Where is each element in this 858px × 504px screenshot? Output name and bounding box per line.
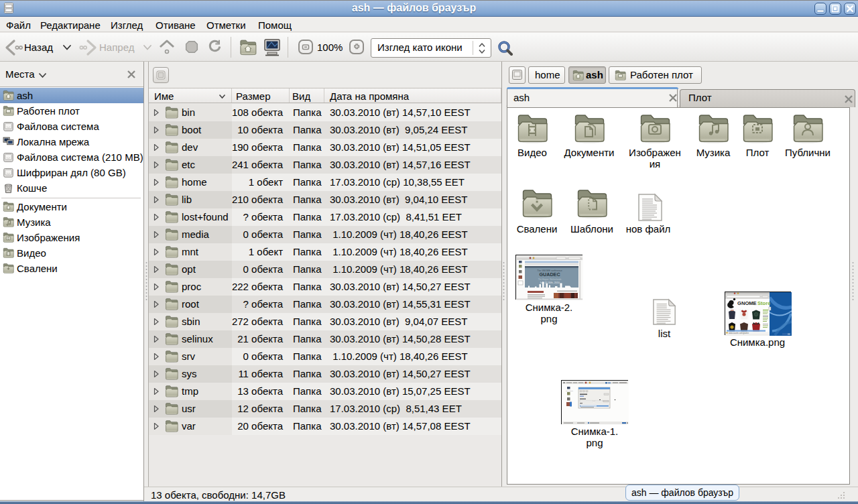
- svg-text:Store: Store: [757, 300, 770, 306]
- svg-text:The Hague, Netherlands: The Hague, Netherlands: [538, 278, 562, 281]
- svg-text:GNOME: GNOME: [737, 300, 757, 306]
- svg-text:www.zazzle.com/gnome: www.zazzle.com/gnome: [729, 332, 749, 334]
- svg-text:screenshots: screenshots: [566, 390, 573, 391]
- svg-text:GUADEC: GUADEC: [539, 271, 560, 277]
